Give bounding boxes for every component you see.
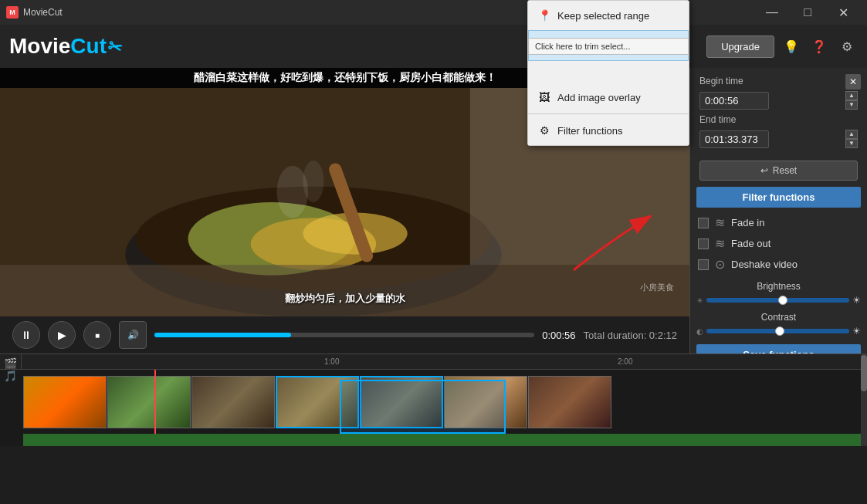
svg-point-7: [277, 166, 309, 218]
timeline-ruler: 🎬 🎵 1:00 2:00: [0, 354, 867, 370]
fade-in-checkbox[interactable]: [698, 218, 709, 228]
thumbnail-1: [23, 376, 107, 428]
time-display: 0:00:56: [542, 330, 575, 341]
end-time-up[interactable]: ▲: [845, 130, 858, 139]
settings-light-button[interactable]: 💡: [781, 36, 802, 57]
begin-time-input[interactable]: [699, 92, 769, 110]
contrast-label: Contrast: [696, 312, 861, 323]
fade-in-icon: ≋: [715, 215, 725, 230]
deshake-checkbox[interactable]: [698, 259, 709, 270]
progress-bar[interactable]: [154, 333, 534, 337]
svg-point-8: [303, 161, 323, 202]
end-time-input[interactable]: [699, 130, 769, 148]
brightness-slider-row: ☀ ☀: [696, 295, 861, 306]
brightness-slider[interactable]: [706, 298, 849, 303]
fade-in-label: Fade in: [731, 217, 764, 228]
fade-out-checkbox[interactable]: [698, 238, 709, 249]
right-panel: ✕ Begin time ▲ ▼ End time ▲ ▼: [689, 68, 867, 353]
brightness-thumb[interactable]: [778, 296, 787, 305]
titlebar-controls: — □ ✕: [754, 0, 861, 25]
keep-selected-range-item[interactable]: 📍 Keep selected range: [528, 1, 689, 30]
reset-label: Reset: [773, 165, 797, 176]
app-icon: M: [6, 6, 19, 19]
filter-icon: ⚙: [537, 123, 551, 137]
contrast-thumb[interactable]: [775, 326, 784, 336]
end-time-label: End time: [699, 114, 736, 125]
timeline-scrollbar-thumb[interactable]: [861, 355, 867, 392]
timeline-area: 🎬 🎵 1:00 2:00: [0, 353, 867, 446]
duration-display: Total duration: 0:2:12: [584, 330, 677, 341]
contrast-min-icon: ◐: [696, 327, 703, 336]
controls-bar: ⏸ ▶ ■ 🔊 0:00:56 Total duration: 0:2:12: [0, 316, 689, 353]
timeline-video-icon[interactable]: 🎬: [4, 357, 17, 370]
main-area: 醋溜白菜这样做，好吃到爆，还特别下饭，厨房小白都能做来！: [0, 68, 867, 353]
volume-button[interactable]: 🔊: [119, 321, 147, 349]
end-time-input-row: ▲ ▼: [699, 130, 858, 148]
thumbnail-3: [191, 376, 275, 428]
contrast-slider-row: ◐ ☀: [696, 326, 861, 337]
titlebar: M MovieCut — □ ✕: [0, 0, 867, 25]
begin-time-stepper: ▲ ▼: [845, 91, 858, 110]
thumbnail-5: [360, 376, 443, 428]
upgrade-button[interactable]: Upgrade: [706, 36, 774, 58]
begin-time-down[interactable]: ▼: [845, 100, 858, 110]
menu-divider: [528, 113, 689, 114]
sidebar-icons: 🎬 🎵: [0, 354, 22, 369]
contrast-slider[interactable]: [706, 329, 849, 333]
deshake-item: ⊙ Deshake video: [696, 254, 861, 275]
thumbnail-7: [528, 376, 611, 428]
close-window-button[interactable]: ✕: [825, 0, 861, 25]
maximize-button[interactable]: □: [790, 0, 825, 25]
app-title-bar: MovieCut: [23, 7, 63, 18]
trim-tooltip: Click here to trim select...: [528, 38, 689, 55]
filter-section: Filter functions ≋ Fade in ≋ Fade out ⊙ …: [690, 187, 867, 338]
fade-in-item: ≋ Fade in: [696, 212, 861, 233]
add-overlay-image-item[interactable]: 🖼 Add image overlay: [528, 83, 689, 112]
logo-cut: Cut: [70, 34, 107, 58]
header: MovieCut✂ Upgrade 💡 ❓ ⚙: [0, 25, 867, 68]
titlebar-left: M MovieCut: [6, 6, 63, 19]
timeline-scrollbar[interactable]: [861, 354, 867, 446]
begin-time-up[interactable]: ▲: [845, 91, 858, 100]
keep-range-icon: 📍: [537, 8, 551, 22]
fade-out-item: ≋ Fade out: [696, 233, 861, 254]
deshake-icon: ⊙: [715, 257, 725, 272]
thumbnails-strip: [23, 376, 611, 430]
timeline-tracks[interactable]: [0, 370, 867, 446]
logo-movie: Movie: [9, 34, 70, 58]
logo: MovieCut✂: [9, 34, 122, 59]
contrast-max-icon: ☀: [852, 326, 861, 337]
pause-button[interactable]: ⏸: [12, 321, 40, 349]
reset-button[interactable]: ↩ Reset: [699, 161, 858, 181]
video-watermark: 小房美食: [640, 282, 674, 293]
begin-time-label: Begin time: [699, 76, 743, 86]
end-time-row: End time: [699, 114, 858, 125]
filter-header: Filter functions: [696, 187, 861, 208]
thumbnail-4: [276, 376, 359, 428]
help-button[interactable]: ❓: [808, 36, 830, 57]
header-right: Upgrade 💡 ❓ ⚙: [706, 36, 858, 58]
begin-time-row: Begin time: [699, 76, 858, 86]
add-overlay-label: Add image overlay: [557, 92, 641, 103]
video-subtitle-bottom: 翻炒均匀后，加入少量的水: [285, 292, 405, 306]
fade-out-icon: ≋: [715, 236, 725, 251]
filter-functions-item[interactable]: ⚙ Filter functions: [528, 116, 689, 145]
panel-close-button[interactable]: ✕: [845, 74, 861, 90]
settings-button[interactable]: ⚙: [836, 36, 858, 57]
brightness-label: Brightness: [696, 281, 861, 292]
thumbnail-2: [107, 376, 191, 428]
scissors-icon: ✂: [106, 36, 124, 59]
progress-fill: [154, 333, 291, 337]
end-time-down[interactable]: ▼: [845, 139, 858, 148]
brightness-container: Brightness ☀ ☀: [696, 281, 861, 306]
add-overlay-icon: 🖼: [537, 90, 551, 104]
ruler-mark-1: 1:00: [324, 357, 339, 366]
dropdown-menu: 📍 Keep selected range ✂ Trim selected ra…: [527, 0, 689, 146]
play-button[interactable]: ▶: [48, 321, 76, 349]
minimize-button[interactable]: —: [754, 0, 790, 25]
brightness-min-icon: ☀: [696, 296, 703, 305]
filter-functions-label: Filter functions: [557, 125, 623, 137]
brightness-max-icon: ☀: [852, 295, 861, 306]
stop-button[interactable]: ■: [83, 321, 111, 349]
deshake-label: Deshake video: [731, 259, 798, 270]
